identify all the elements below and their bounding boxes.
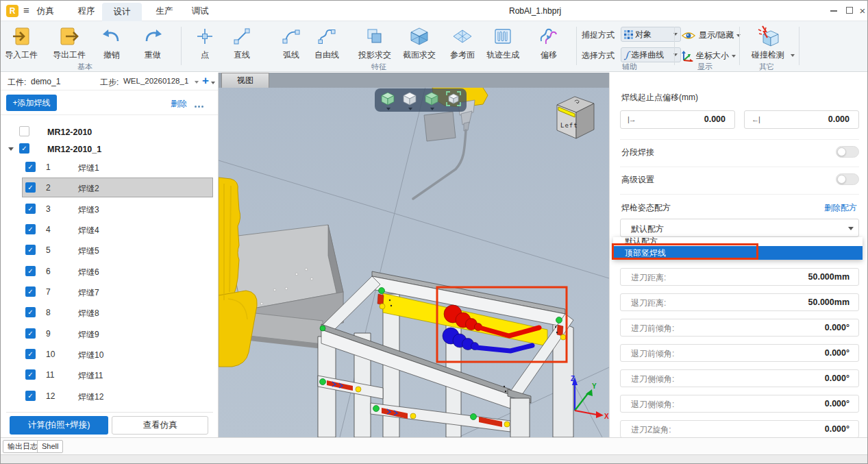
axis-y-label: Y [592,382,597,390]
field-approach-side-angle[interactable]: 进刀侧倾角:0.000° [620,369,859,387]
checkbox-checked[interactable]: ✓ [25,349,36,359]
chevron-down-icon[interactable] [791,54,795,57]
section-intersect-button[interactable]: 截面求交 [399,24,440,61]
segment-weld-toggle-off[interactable] [836,146,859,158]
redo-button[interactable]: 重做 [139,24,166,61]
export-workpiece-button[interactable]: 导出工件 [51,24,87,61]
view-simulation-button[interactable]: 查看仿真 [112,416,208,435]
weld-row-6[interactable]: ✓6焊缝6 [1,261,219,282]
checkbox-checked[interactable]: ✓ [25,328,36,339]
chevron-down-icon[interactable] [430,108,434,110]
add-weld-line-button[interactable]: +添加焊线 [6,95,57,111]
menu-production[interactable]: 生产 [151,1,178,21]
add-step-button[interactable]: + [202,74,209,88]
offset-end-input[interactable]: ←| 0.000 [744,110,859,129]
tab-shell[interactable]: Shell [37,440,63,453]
weld-row-8[interactable]: ✓8焊缝8 [1,302,219,323]
3d-viewport-canvas[interactable]: Left Z Y X [219,73,609,437]
field-retract-distance[interactable]: 退刀距离:50.000mm [620,293,859,311]
chevron-down-icon[interactable] [408,108,412,110]
weld-row-7[interactable]: ✓7焊缝7 [1,282,219,302]
view-cube[interactable]: Left [557,97,594,138]
hamburger-menu-icon[interactable]: ≡ [23,4,29,16]
weld-row-12[interactable]: ✓12焊缝12 [1,386,219,406]
point-button[interactable]: 点 [191,24,219,61]
field-approach-z-rotation[interactable]: 进刀Z旋角:0.000° [620,420,859,438]
minimize-button[interactable] [828,6,839,16]
projection-intersect-button[interactable]: 投影求交 [354,24,395,61]
free-line-button[interactable]: 自由线 [310,24,343,61]
coord-size-button[interactable]: 坐标大小 [681,50,736,62]
app-logo-icon[interactable]: R [6,5,18,17]
fit-view-button[interactable] [446,91,462,108]
solid-view-button[interactable] [402,91,419,108]
delete-weld-link[interactable]: 删除 [171,98,187,110]
weld-row-10[interactable]: ✓10焊缝10 [1,344,219,365]
checkbox-checked[interactable]: ✓ [25,369,36,380]
weld-row-9[interactable]: ✓9焊缝9 [1,323,219,344]
delete-recipe-link[interactable]: 删除配方 [824,202,857,214]
eye-icon [681,30,696,41]
weld-row-11[interactable]: ✓11焊缝11 [1,365,219,385]
recipe-option-highlighted[interactable]: 顶部竖焊线 [613,246,863,260]
checkbox-checked[interactable]: ✓ [25,245,36,255]
weld-row-1[interactable]: ✓1焊缝1 [1,157,219,178]
field-approach-distance[interactable]: 进刀距离:50.000mm [620,268,859,286]
collision-detect-button[interactable]: 碰撞检测 [746,24,790,61]
line-button[interactable]: 直线 [228,24,256,61]
checkbox-checked[interactable]: ✓ [25,391,36,401]
trajectory-generate-button[interactable]: 轨迹生成 [484,24,522,61]
recipe-option-default[interactable]: 默认配方 [613,237,863,246]
application-window: R ≡ 仿真 程序 设计 生产 调试 RobAl_1.hbprj × 导入工件 … [0,0,868,464]
arc-button[interactable]: 弧线 [277,24,305,61]
weld-row-5[interactable]: ✓5焊缝5 [1,240,219,260]
select-mode-dropdown[interactable]: ∫ 选择曲线 [621,47,681,62]
material-view-button[interactable] [424,91,441,108]
weld-group-row-expanded[interactable]: ✓ MR12-2010_1 [1,138,219,159]
import-workpiece-button[interactable]: 导入工件 [3,24,39,61]
expand-chevron-icon[interactable] [8,147,14,151]
weld-row-2-selected[interactable]: ✓2焊缝2 [1,178,219,198]
weld-row-4[interactable]: ✓4焊缝4 [1,219,219,240]
group-checkbox-unchecked[interactable] [19,126,29,136]
menu-program[interactable]: 程序 [73,1,100,21]
show-hide-button[interactable]: 显示/隐藏 [681,29,741,41]
group-label-display: 显示 [691,62,719,72]
field-retract-forward-angle[interactable]: 退刀前倾角:0.000° [620,344,859,362]
viewport-tab-view[interactable]: 视图 [221,73,269,88]
field-retract-side-angle[interactable]: 退刀侧倾角:0.000° [620,395,859,413]
calculate-button[interactable]: 计算(拍照+焊接) [10,416,108,435]
reference-plane-button[interactable]: 参考面 [445,24,480,61]
group-checkbox-checked[interactable]: ✓ [19,143,29,154]
checkbox-checked[interactable]: ✓ [25,266,36,276]
field-approach-forward-angle[interactable]: 进刀前倾角:0.000° [620,319,859,337]
projection-intersect-icon [354,24,395,49]
chevron-down-icon[interactable] [211,82,215,84]
advanced-settings-label: 高级设置 [621,174,654,186]
checkbox-checked[interactable]: ✓ [25,307,36,317]
axis-x-label: X [604,413,609,420]
more-options-icon[interactable] [193,100,203,110]
checkbox-checked[interactable]: ✓ [25,286,36,297]
menu-debug[interactable]: 调试 [186,1,214,21]
chevron-down-icon[interactable] [386,108,390,110]
menu-simulation[interactable]: 仿真 [32,1,59,21]
step-dropdown[interactable]: WEL_20260128_1 [123,77,188,85]
checkbox-checked[interactable]: ✓ [25,224,36,234]
weld-row-3[interactable]: ✓3焊缝3 [1,199,219,219]
undo-button[interactable]: 撤销 [98,24,125,61]
window-title: RobAl_1.hbprj [509,1,561,21]
checkbox-checked[interactable]: ✓ [25,162,36,172]
offset-button[interactable]: 偏移 [534,24,564,61]
snap-mode-dropdown[interactable]: 对象 [621,27,681,42]
chevron-down-icon[interactable] [195,81,199,84]
shading-mode-button[interactable] [380,91,397,108]
menu-design-active[interactable]: 设计 [102,3,142,21]
advanced-settings-toggle-off[interactable] [836,173,859,185]
maximize-button[interactable] [844,6,855,16]
offset-start-input[interactable]: |→ 0.000 [620,110,735,129]
close-button[interactable]: × [857,6,868,16]
checkbox-checked[interactable]: ✓ [25,204,36,214]
recipe-select[interactable]: 默认配方 [620,219,859,237]
checkbox-checked[interactable]: ✓ [25,182,36,193]
